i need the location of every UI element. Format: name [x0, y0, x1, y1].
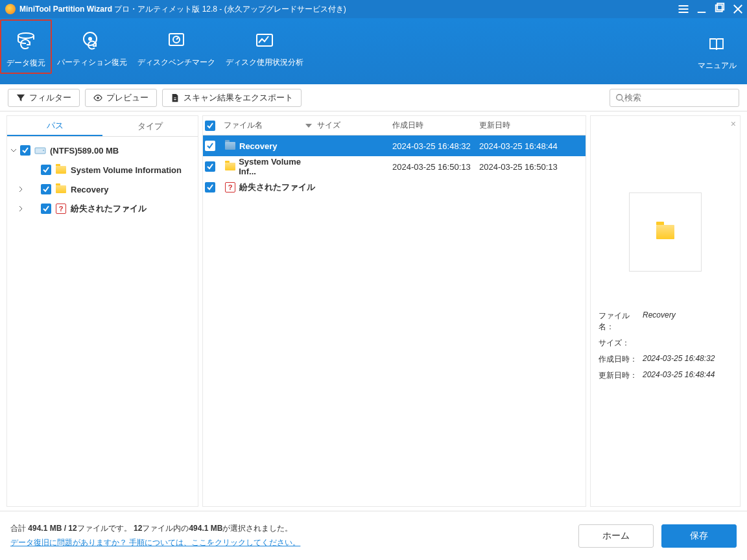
- footer-text: 494.1 MB: [189, 524, 222, 533]
- window-title: MiniTool Partition Wizard プロ・アルティメット版 12…: [19, 4, 346, 15]
- preview-button[interactable]: プレビュー: [85, 89, 157, 107]
- checkbox[interactable]: [205, 141, 215, 151]
- tree-label: System Volume Information: [71, 165, 182, 175]
- meta-value: Recovery: [643, 310, 676, 332]
- left-pane: パス タイプ (NTFS)589.00 MB System Volume Inf…: [6, 115, 198, 507]
- folder-icon: [55, 184, 67, 194]
- svg-rect-0: [716, 5, 722, 12]
- chevron-right-icon[interactable]: [16, 185, 25, 194]
- ribbon-disk-usage[interactable]: ディスク使用状況分析: [220, 18, 309, 74]
- drive-icon: [34, 145, 46, 156]
- meta-size: サイズ：: [599, 338, 732, 349]
- search-icon: [615, 93, 624, 102]
- minimize-button[interactable]: [695, 3, 708, 16]
- filter-button[interactable]: フィルター: [8, 89, 80, 107]
- ribbon-label: ディスクベンチマーク: [137, 57, 215, 68]
- checkbox[interactable]: [41, 204, 51, 214]
- question-icon: ?: [55, 204, 67, 214]
- folder-icon: [225, 142, 235, 150]
- file-created: 2024-03-25 16:50:13: [392, 162, 479, 172]
- list-body: Recovery2024-03-25 16:48:322024-03-25 16…: [203, 135, 586, 506]
- ribbon-toolbar: データ復元 パーティション復元 ディスクベンチマーク ディスク使用状況分析 マニ…: [0, 18, 747, 84]
- file-name: 紛失されたファイル: [239, 181, 315, 193]
- search-input[interactable]: [624, 93, 733, 102]
- app-edition: プロ・アルティメット版 12.8 - (永久アップグレードサービス付き): [112, 5, 346, 14]
- ribbon-label: マニュアル: [698, 60, 737, 71]
- col-filename[interactable]: ファイル名: [221, 120, 317, 131]
- svg-point-11: [43, 150, 44, 151]
- ribbon-data-recovery[interactable]: データ復元: [0, 19, 52, 74]
- ribbon-manual[interactable]: マニュアル: [693, 18, 742, 84]
- tab-path[interactable]: パス: [7, 116, 102, 136]
- list-row[interactable]: System Volume Inf...2024-03-25 16:50:132…: [203, 156, 586, 177]
- meta-key: 更新日時：: [599, 370, 643, 381]
- preview-thumbnail: [629, 192, 702, 272]
- filter-icon: [16, 93, 25, 102]
- disk-benchmark-icon: [165, 30, 187, 52]
- ribbon-label: ディスク使用状況分析: [226, 57, 303, 68]
- partition-recovery-icon: [81, 30, 103, 52]
- menu-icon[interactable]: [677, 3, 690, 16]
- help-link[interactable]: データ復旧に問題がありますか？ 手順については、ここをクリックしてください。: [10, 538, 300, 547]
- svg-point-8: [97, 97, 99, 99]
- footer-text: 12: [134, 524, 142, 533]
- ribbon-disk-benchmark[interactable]: ディスクベンチマーク: [132, 18, 220, 74]
- titlebar: MiniTool Partition Wizard プロ・アルティメット版 12…: [0, 0, 747, 18]
- footer-summary: 合計 494.1 MB / 12ファイルです。 12ファイル内の494.1 MB…: [10, 522, 300, 550]
- chevron-right-icon[interactable]: [16, 204, 25, 213]
- save-button[interactable]: 保存: [661, 524, 737, 548]
- col-size[interactable]: サイズ: [317, 120, 392, 131]
- col-created[interactable]: 作成日時: [392, 120, 479, 131]
- button-label: プレビュー: [106, 92, 148, 104]
- main-area: パス タイプ (NTFS)589.00 MB System Volume Inf…: [0, 111, 747, 511]
- action-toolbar: フィルター プレビュー スキャン結果をエクスポート: [0, 84, 747, 111]
- checkbox[interactable]: [205, 161, 215, 172]
- checkbox[interactable]: [205, 182, 215, 192]
- checkbox[interactable]: [41, 184, 51, 194]
- home-button[interactable]: ホーム: [578, 524, 654, 548]
- close-icon[interactable]: ×: [731, 119, 736, 129]
- meta-key: サイズ：: [599, 338, 643, 349]
- svg-point-9: [617, 94, 622, 100]
- search-box[interactable]: [610, 89, 739, 107]
- ribbon-label: データ復元: [6, 58, 45, 69]
- select-all-checkbox[interactable]: [205, 121, 215, 131]
- sort-desc-icon: [305, 121, 312, 130]
- meta-key: 作成日時：: [599, 354, 643, 365]
- file-modified: 2024-03-25 16:50:13: [479, 162, 586, 172]
- footer: 合計 494.1 MB / 12ファイルです。 12ファイル内の494.1 MB…: [0, 511, 747, 560]
- tree-item[interactable]: ? 紛失されたファイル: [7, 199, 198, 218]
- tree-root[interactable]: (NTFS)589.00 MB: [7, 141, 198, 160]
- list-row[interactable]: ?紛失されたファイル: [203, 177, 586, 198]
- ribbon-partition-recovery[interactable]: パーティション復元: [52, 18, 132, 74]
- file-created: 2024-03-25 16:48:32: [392, 141, 479, 151]
- col-label: ファイル名: [224, 120, 263, 131]
- tree-item[interactable]: Recovery: [7, 180, 198, 199]
- meta-value: 2024-03-25 16:48:32: [643, 354, 715, 365]
- footer-text: 合計: [10, 524, 28, 533]
- tree-item[interactable]: System Volume Information: [7, 160, 198, 180]
- folder-icon: [225, 163, 235, 170]
- meta-value: 2024-03-25 16:48:44: [643, 370, 715, 381]
- meta-modified: 更新日時：2024-03-25 16:48:44: [599, 370, 732, 381]
- col-label: 作成日時: [392, 121, 423, 130]
- footer-text: ファイルです。: [77, 524, 134, 533]
- data-recovery-icon: [15, 30, 37, 52]
- chevron-down-icon[interactable]: [7, 146, 20, 155]
- eye-icon: [93, 93, 102, 102]
- ribbon-label: パーティション復元: [57, 57, 127, 68]
- maximize-button[interactable]: [713, 3, 726, 16]
- tab-type[interactable]: タイプ: [102, 116, 198, 136]
- checkbox[interactable]: [20, 145, 30, 156]
- manual-icon: [707, 36, 727, 55]
- close-button[interactable]: [731, 3, 744, 16]
- tree-label: 紛失されたファイル: [71, 203, 147, 215]
- list-row[interactable]: Recovery2024-03-25 16:48:322024-03-25 16…: [203, 135, 586, 156]
- tree-label: Recovery: [71, 185, 109, 194]
- export-button[interactable]: スキャン結果をエクスポート: [162, 89, 302, 107]
- footer-text: 494.1 MB / 12: [28, 524, 77, 533]
- file-tree: (NTFS)589.00 MB System Volume Informatio…: [7, 137, 198, 222]
- file-list-pane: ファイル名 サイズ 作成日時 更新日時 Recovery2024-03-25 1…: [202, 115, 586, 507]
- checkbox[interactable]: [41, 165, 51, 175]
- col-modified[interactable]: 更新日時: [479, 120, 586, 131]
